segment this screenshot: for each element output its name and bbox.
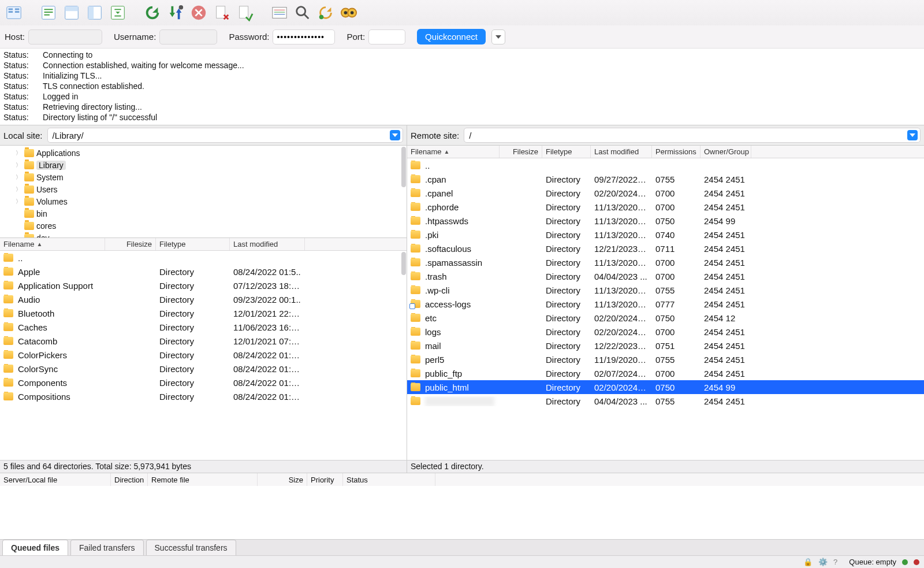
tree-item[interactable]: cores [0,220,407,232]
process-queue-button[interactable] [165,2,186,23]
compare-button[interactable] [338,2,359,23]
remote-col-filename[interactable]: Filename [411,147,441,156]
file-row[interactable]: .. [407,158,924,172]
cancel-button[interactable] [188,2,209,23]
local-col-filesize[interactable]: Filesize [126,240,152,248]
disclosure-icon[interactable]: 〉 [15,173,22,181]
tree-item[interactable]: 〉Applications [0,147,407,159]
local-path-combo[interactable]: /Library/ [47,128,403,143]
file-row[interactable]: Compositions Directory 08/24/2022 01:5..… [0,389,407,403]
disclosure-icon[interactable]: 〉 [15,198,22,206]
queue-col-server[interactable]: Server/Local file [0,473,111,486]
file-row[interactable]: ColorSync Directory 08/24/2022 01:5... [0,362,407,376]
remote-list-header[interactable]: Filename▲ Filesize Filetype Last modifie… [407,146,924,158]
local-path-dropdown-icon[interactable] [390,130,400,140]
password-input[interactable] [273,29,335,44]
quickconnect-history-button[interactable] [491,29,505,44]
tree-item[interactable]: dev [0,232,407,238]
search-button[interactable] [292,2,313,23]
file-row[interactable]: .cphorde Directory 11/13/2020 0... 0700 … [407,200,924,214]
port-input[interactable] [368,29,405,44]
file-row[interactable]: Caches Directory 11/06/2023 16:4... [0,320,407,334]
tab-queued-files[interactable]: Queued files [2,540,68,555]
remote-col-perms[interactable]: Permissions [655,147,696,156]
reconnect-button[interactable] [234,2,255,23]
queue-col-size[interactable]: Size [258,473,307,486]
svg-rect-12 [88,6,94,20]
disconnect-button[interactable] [211,2,232,23]
filter-button[interactable] [269,2,290,23]
file-row[interactable]: Application Support Directory 07/12/2023… [0,279,407,292]
sync-button[interactable] [315,2,336,23]
remote-file-list[interactable]: .. .cpan Directory 09/27/2022 1... 0755 … [407,158,924,460]
file-row[interactable]: .htpasswds Directory 11/13/2020 0... 075… [407,214,924,228]
tab-successful-transfers[interactable]: Successful transfers [146,540,236,555]
tree-item[interactable]: 〉System [0,171,407,183]
disclosure-icon[interactable]: 〉 [15,149,22,157]
local-col-filetype[interactable]: Filetype [159,240,186,248]
quickconnect-button[interactable]: Quickconnect [417,29,486,44]
refresh-button[interactable] [142,2,163,23]
file-owner: 2454 2451 [701,285,751,295]
tree-item[interactable]: 〉Library [0,159,407,171]
tab-failed-transfers[interactable]: Failed transfers [70,540,143,555]
queue-col-remote[interactable]: Remote file [148,473,258,486]
file-row[interactable]: .softaculous Directory 12/21/2023 1... 0… [407,242,924,255]
file-row[interactable]: perl5 Directory 11/19/2020 1... 0755 245… [407,352,924,366]
remote-path-dropdown-icon[interactable] [907,130,918,140]
remote-col-owner[interactable]: Owner/Group [704,147,749,156]
toggle-remote-tree-button[interactable] [84,2,105,23]
host-input[interactable] [28,29,102,44]
file-row[interactable]: Catacomb Directory 12/01/2021 07:5... [0,334,407,348]
remote-col-filetype[interactable]: Filetype [546,147,572,156]
remote-col-filesize[interactable]: Filesize [513,147,538,156]
folder-icon [3,323,13,331]
file-row[interactable]: .cpanel Directory 02/20/2024 1.. 0700 24… [407,186,924,200]
file-row[interactable]: Components Directory 08/24/2022 01:5... [0,376,407,389]
file-row[interactable]: .pki Directory 11/13/2020 0... 0740 2454… [407,228,924,242]
toggle-local-tree-button[interactable] [61,2,82,23]
file-row[interactable]: mail Directory 12/22/2023 1... 0751 2454… [407,339,924,352]
queue-col-status[interactable]: Status [343,473,435,486]
settings-icon[interactable]: ⚙️ [818,558,828,566]
file-row[interactable]: .spamassassin Directory 11/13/2020 0... … [407,255,924,269]
file-row[interactable]: etc Directory 02/20/2024 1... 0750 2454 … [407,311,924,325]
tree-item[interactable]: bin [0,207,407,220]
local-file-list[interactable]: .. Apple Directory 08/24/2022 01:5..Appl… [0,251,407,460]
file-row[interactable]: .wp-cli Directory 11/13/2020 0... 0755 2… [407,283,924,297]
file-row[interactable]: ColorPickers Directory 08/24/2022 01:5..… [0,348,407,362]
queue-header[interactable]: Server/Local file Direction Remote file … [0,473,924,486]
file-row[interactable]: .. [0,251,407,265]
file-row[interactable]: .cpan Directory 09/27/2022 1... 0755 245… [407,172,924,186]
toggle-queue-button[interactable] [107,2,128,23]
local-col-modified[interactable]: Last modified [233,240,278,248]
tree-item[interactable]: 〉Users [0,183,407,195]
disclosure-icon[interactable]: 〉 [15,185,22,194]
folder-icon [411,328,420,336]
file-row[interactable]: Bluetooth Directory 12/01/2021 22:4... [0,306,407,320]
queue-col-direction[interactable]: Direction [111,473,148,486]
queue-list[interactable] [0,486,924,539]
username-input[interactable] [159,29,217,44]
file-owner: 2454 2451 [701,188,751,198]
site-manager-button[interactable] [3,2,24,23]
queue-col-priority[interactable]: Priority [307,473,343,486]
toggle-log-button[interactable] [38,2,59,23]
help-icon[interactable]: ? [833,558,837,566]
local-col-filename[interactable]: Filename [3,240,34,248]
disclosure-icon[interactable]: 〉 [15,161,22,169]
file-row[interactable]: .trash Directory 04/04/2023 ... 0700 245… [407,269,924,283]
file-row[interactable]: Directory 04/04/2023 ... 0755 2454 2451 [407,394,924,408]
tree-item[interactable]: 〉Volumes [0,195,407,207]
file-row[interactable]: logs Directory 02/20/2024 1... 0700 2454… [407,325,924,339]
file-row[interactable]: Apple Directory 08/24/2022 01:5.. [0,265,407,279]
file-row[interactable]: access-logs Directory 11/13/2020 0... 07… [407,297,924,311]
local-list-header[interactable]: Filename▲ Filesize Filetype Last modifie… [0,238,407,251]
remote-path-combo[interactable]: / [464,128,921,143]
lock-icon[interactable]: 🔒 [803,558,813,566]
local-directory-tree[interactable]: 〉Applications〉Library〉System〉Users〉Volum… [0,146,407,238]
file-row[interactable]: Audio Directory 09/23/2022 00:1.. [0,292,407,306]
remote-col-modified[interactable]: Last modified [594,147,639,156]
file-row[interactable]: public_ftp Directory 02/07/2024 1... 070… [407,366,924,380]
file-row[interactable]: public_html Directory 02/20/2024 1.. 075… [407,380,924,394]
